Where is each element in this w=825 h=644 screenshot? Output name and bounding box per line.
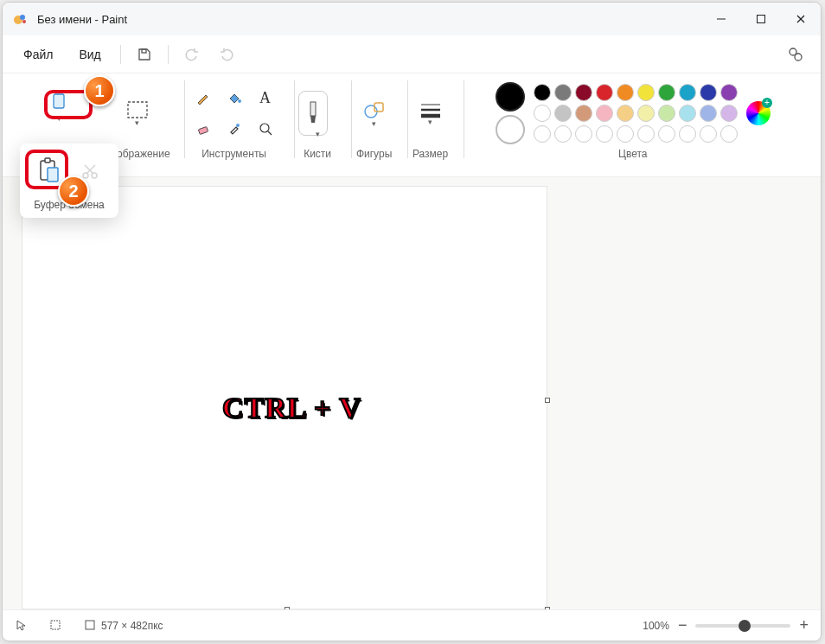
magnifier-tool[interactable] <box>251 114 280 143</box>
resize-handle-bottom[interactable] <box>285 607 290 609</box>
text-tool[interactable]: A <box>251 83 280 112</box>
zoom-out-button[interactable]: − <box>678 616 688 634</box>
svg-rect-4 <box>758 16 765 23</box>
color-swatch[interactable] <box>720 105 738 122</box>
color-swatch[interactable] <box>637 125 655 143</box>
resize-handle-right[interactable] <box>545 398 550 403</box>
color-swatch[interactable] <box>617 125 634 143</box>
color-swatch[interactable] <box>637 105 655 122</box>
resize-handle-corner[interactable] <box>545 607 550 609</box>
separator <box>120 45 121 64</box>
svg-line-15 <box>268 131 272 135</box>
separator <box>168 45 169 64</box>
edit-colors-button[interactable] <box>746 101 771 125</box>
undo-button[interactable] <box>177 40 207 69</box>
svg-point-11 <box>238 99 241 103</box>
picker-tool[interactable] <box>220 114 249 143</box>
close-button[interactable] <box>781 3 821 35</box>
select-button[interactable]: ▾ <box>118 87 157 139</box>
separator <box>464 80 464 158</box>
color-swatch[interactable] <box>700 105 717 122</box>
color-swatch[interactable] <box>534 84 551 101</box>
color-swatch[interactable] <box>596 84 613 101</box>
window-title: Без имени - Paint <box>37 13 127 26</box>
color-swatch[interactable] <box>554 125 572 143</box>
separator <box>351 80 352 158</box>
svg-rect-7 <box>142 49 146 53</box>
color-swatch[interactable] <box>596 125 613 143</box>
zoom-level: 100% <box>643 620 669 632</box>
color-swatch[interactable] <box>679 84 696 101</box>
separator <box>407 80 408 158</box>
fill-tool[interactable] <box>220 83 249 112</box>
cut-button[interactable] <box>80 162 99 181</box>
color-swatch[interactable] <box>554 105 572 122</box>
save-button[interactable] <box>130 40 159 69</box>
color-swatch[interactable] <box>658 105 675 122</box>
color-swatch[interactable] <box>575 105 592 122</box>
color-swatch[interactable] <box>679 105 696 122</box>
svg-point-14 <box>260 124 269 132</box>
color-swatch[interactable] <box>700 125 717 143</box>
brushes-button[interactable] <box>298 91 328 136</box>
svg-rect-22 <box>51 621 60 629</box>
color-swatch[interactable] <box>596 105 613 122</box>
svg-rect-12 <box>198 126 208 134</box>
selection-size <box>49 619 61 632</box>
minimize-button[interactable] <box>701 3 741 35</box>
redo-button[interactable] <box>212 40 241 69</box>
shapes-button[interactable]: ▾ <box>355 87 393 139</box>
step-badge-1: 1 <box>84 75 115 106</box>
color-swatch[interactable] <box>554 84 572 101</box>
annotation-shortcut: CTRL + V <box>222 392 361 424</box>
zoom-in-button[interactable]: + <box>799 616 809 634</box>
svg-point-1 <box>20 15 25 20</box>
svg-point-9 <box>795 54 802 61</box>
canvas-area[interactable]: CTRL + V <box>3 177 821 609</box>
ribbon: ▾ Изображение A Инструменты <box>3 73 821 177</box>
color-2[interactable] <box>496 115 525 144</box>
svg-rect-23 <box>86 621 94 629</box>
separator <box>184 80 185 158</box>
color-swatch[interactable] <box>575 84 592 101</box>
pencil-tool[interactable] <box>189 83 218 112</box>
group-brushes-label: Кисти <box>304 148 331 160</box>
svg-rect-10 <box>128 102 147 118</box>
color-1[interactable] <box>496 82 525 112</box>
color-swatch[interactable] <box>658 84 675 101</box>
color-swatch[interactable] <box>534 105 551 122</box>
menu-view[interactable]: Вид <box>68 42 111 67</box>
chevron-down-icon: ▾ <box>135 119 139 126</box>
svg-point-13 <box>236 124 240 127</box>
app-icon <box>13 11 29 27</box>
zoom-slider[interactable] <box>695 624 790 628</box>
color-swatch[interactable] <box>534 125 551 143</box>
color-swatch[interactable] <box>679 125 696 143</box>
color-swatch[interactable] <box>700 84 717 101</box>
color-swatch[interactable] <box>617 105 634 122</box>
group-size-label: Размер <box>412 148 448 160</box>
group-shapes-label: Фигуры <box>356 148 392 160</box>
color-swatch[interactable] <box>575 125 592 143</box>
menu-file[interactable]: Файл <box>13 42 63 67</box>
svg-rect-16 <box>310 102 316 116</box>
group-tools-label: Инструменты <box>201 148 266 160</box>
canvas-size: 577 × 482пкс <box>84 619 163 632</box>
color-swatch[interactable] <box>658 125 675 143</box>
statusbar: 577 × 482пкс 100% − + <box>3 609 821 641</box>
color-swatch[interactable] <box>720 125 738 143</box>
separator <box>294 80 295 158</box>
step-badge-2: 2 <box>58 175 89 207</box>
color-swatch[interactable] <box>617 84 634 101</box>
settings-button[interactable] <box>781 40 810 69</box>
chevron-down-icon: ▾ <box>428 118 432 125</box>
titlebar: Без имени - Paint <box>3 3 821 35</box>
menubar: Файл Вид <box>3 35 821 73</box>
size-button[interactable]: ▾ <box>412 87 450 139</box>
group-colors-label: Цвета <box>618 148 647 160</box>
maximize-button[interactable] <box>741 3 781 35</box>
color-swatch[interactable] <box>720 84 738 101</box>
color-swatch[interactable] <box>637 84 655 101</box>
eraser-tool[interactable] <box>189 114 218 143</box>
cursor-position <box>15 619 27 632</box>
